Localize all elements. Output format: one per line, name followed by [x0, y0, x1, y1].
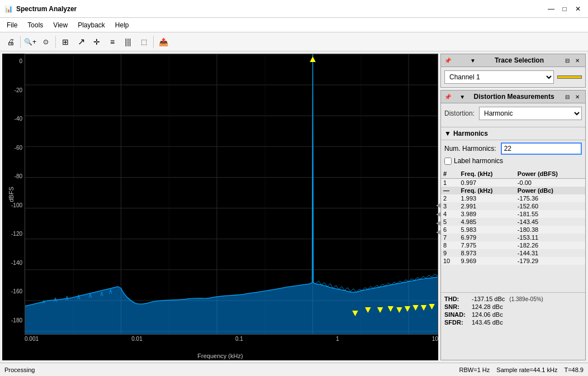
zoom-in-button[interactable]: 🔍+ — [23, 35, 37, 49]
y-tick-160: -160 — [4, 288, 22, 294]
distortion-label: Distortion: — [444, 110, 475, 117]
harmonic-power: -152.60 — [515, 202, 585, 210]
x-tick-01: 0.1 — [235, 336, 243, 342]
table-row: 5 4.985 -143.45 — [441, 218, 585, 226]
vertical-button[interactable]: ||| — [121, 35, 135, 49]
menu-tools[interactable]: Tools — [23, 20, 48, 30]
x-axis: 0.001 0.01 0.1 1 10 — [2, 335, 438, 353]
menu-view[interactable]: View — [49, 20, 72, 30]
trace-selection-content: Channel 1 Channel 2 — [441, 67, 585, 87]
label-harmonics-row: Label harmonics — [444, 157, 582, 165]
harmonic-power: -0.00 — [515, 179, 585, 187]
title-bar-controls[interactable]: — □ ✕ — [546, 3, 584, 15]
harmonics-body: Num. Harmonics: Label harmonics — [441, 140, 585, 169]
menu-help[interactable]: Help — [111, 20, 134, 30]
y-tick-120: -120 — [4, 231, 22, 237]
distortion-close-button[interactable]: ✕ — [573, 92, 582, 101]
num-harmonics-label: Num. Harmonics: — [444, 145, 496, 153]
distortion-header-controls[interactable]: ⊟ ✕ — [563, 92, 582, 101]
metrics-section: THD: -137.15 dBc (1.389e-05%) SNR: 124.2… — [441, 292, 585, 329]
harmonic-freq: 2.991 — [459, 202, 515, 210]
sinad-label: SINAD: — [444, 311, 470, 318]
harmonics-header[interactable]: ▼ Harmonics — [441, 127, 585, 140]
thd-label: THD: — [444, 296, 470, 302]
trace-float-button[interactable]: ⊟ — [563, 56, 572, 65]
y-tick-140: -140 — [4, 260, 22, 266]
harmonics-label: Harmonics — [453, 130, 488, 137]
menu-playback[interactable]: Playback — [73, 20, 110, 30]
table-row: 6 5.983 -180.38 — [441, 226, 585, 234]
distortion-float-button[interactable]: ⊟ — [563, 92, 572, 101]
table-row: 2 1.993 -175.36 — [441, 194, 585, 202]
y-axis-label: dBFS — [8, 187, 15, 202]
harmonic-power: -182.26 — [515, 241, 585, 249]
harmonic-freq: 5.983 — [459, 226, 515, 234]
trace-header-controls[interactable]: ⊟ ✕ — [563, 56, 582, 65]
table-row: 4 3.989 -181.55 — [441, 210, 585, 218]
scroll-up-arrow[interactable]: ◀ — [436, 201, 441, 209]
table-row: 10 9.969 -179.29 — [441, 257, 585, 265]
distortion-title: Distortion Measurements — [474, 93, 554, 101]
channel-select[interactable]: Channel 1 Channel 2 — [444, 70, 554, 84]
harmonic-power: -180.38 — [515, 226, 585, 234]
x-ticks: 0.001 0.01 0.1 1 10 — [25, 335, 438, 343]
chart-wrapper: 0 -20 -40 -60 -80 -100 -120 -140 -160 -1… — [2, 54, 438, 335]
harmonics-table-wrapper[interactable]: # Freq. (kHz) Power (dBFS) 1 0.997 -0.00 — [441, 169, 585, 292]
y-tick-0: 0 — [4, 58, 22, 64]
print-button[interactable]: 🖨 — [3, 35, 18, 49]
trace-close-button[interactable]: ✕ — [573, 56, 582, 65]
harmonic-freq: 9.969 — [459, 257, 515, 265]
title-bar-left: 📊 Spectrum Analyzer — [4, 5, 77, 13]
export-button[interactable]: 📤 — [156, 35, 170, 49]
harmonic-power: -175.36 — [515, 194, 585, 202]
crosshair-button[interactable]: ✛ — [89, 35, 104, 49]
cursor-button[interactable]: ↗ — [74, 35, 88, 49]
title-bar: 📊 Spectrum Analyzer — □ ✕ — [0, 0, 588, 18]
distortion-down-icon: ▼ — [459, 94, 465, 100]
scroll-down-arrow2[interactable]: ◀ — [436, 219, 441, 227]
sfdr-value: 143.45 dBc — [472, 319, 503, 326]
harmonic-num: 1 — [441, 179, 459, 187]
distortion-select[interactable]: Harmonic IMD THD — [479, 107, 582, 120]
num-harmonics-row: Num. Harmonics: — [444, 142, 582, 155]
distortion-panel: 📌 ▼ Distortion Measurements ⊟ ✕ Distorti… — [440, 90, 586, 360]
harmonic-num: 9 — [441, 249, 459, 257]
y-tick-40: -40 — [4, 116, 22, 122]
trace-selection-header: 📌 ▼ Trace Selection ⊟ ✕ — [441, 54, 585, 67]
status-left: Processing — [4, 367, 35, 373]
table-row: 7 6.979 -153.11 — [441, 234, 585, 241]
horizontal-button[interactable]: ≡ — [105, 35, 120, 49]
label-harmonics-checkbox[interactable] — [444, 158, 452, 165]
harmonic-num: 6 — [441, 226, 459, 234]
x-tick-1: 1 — [336, 336, 339, 342]
y-tick-80: -80 — [4, 173, 22, 179]
num-harmonics-input[interactable] — [501, 142, 582, 155]
table-row: 8 7.975 -182.26 — [441, 241, 585, 249]
toolbar-separator-2 — [55, 36, 56, 48]
right-panels: 📌 ▼ Trace Selection ⊟ ✕ Channel 1 Channe… — [440, 54, 586, 360]
t-label: T=48.9 — [564, 367, 584, 373]
scroll-down-arrow3[interactable]: ◀ — [436, 228, 441, 236]
distortion-type-row: Distortion: Harmonic IMD THD — [444, 107, 582, 120]
harmonic-power: -143.45 — [515, 218, 585, 226]
harmonic-power: -144.31 — [515, 249, 585, 257]
menu-file[interactable]: File — [2, 20, 22, 30]
close-button[interactable]: ✕ — [572, 3, 584, 15]
trace-pin-icon: 📌 — [444, 58, 451, 64]
scroll-down-arrow[interactable]: ◀ — [436, 210, 441, 218]
zoom-out-button[interactable]: ⊙ — [39, 35, 53, 49]
zoom-box-button[interactable]: ⬚ — [136, 35, 151, 49]
x-axis-label: Frequency (kHz) — [2, 353, 438, 360]
autoscale-button[interactable]: ⊞ — [58, 35, 73, 49]
chart-inner[interactable] — [25, 54, 438, 335]
harmonic-num: 3 — [441, 202, 459, 210]
y-tick-20: -20 — [4, 87, 22, 93]
sinad-value: 124.06 dBc — [472, 311, 503, 318]
table-row: 3 2.991 -152.60 — [441, 202, 585, 210]
table-row: 9 8.973 -144.31 — [441, 249, 585, 257]
sfdr-label: SFDR: — [444, 319, 470, 326]
sfdr-row: SFDR: 143.45 dBc — [444, 318, 582, 326]
maximize-button[interactable]: □ — [559, 3, 570, 15]
table-row: 1 0.997 -0.00 — [441, 179, 585, 187]
minimize-button[interactable]: — — [546, 3, 557, 15]
